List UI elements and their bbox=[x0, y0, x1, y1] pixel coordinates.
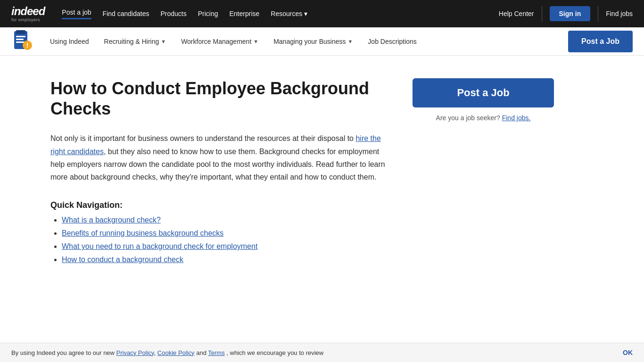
svg-text:!: ! bbox=[26, 41, 29, 49]
list-item: Benefits of running business background … bbox=[62, 229, 390, 238]
article-title: How to Conduct Employee Background Check… bbox=[50, 78, 390, 119]
top-navigation: indeed for employers Post a job Find can… bbox=[0, 0, 644, 27]
quick-nav-list: What is a background check? Benefits of … bbox=[50, 216, 390, 264]
nav-link-how-to-conduct[interactable]: How to conduct a background check bbox=[62, 255, 183, 263]
svg-rect-4 bbox=[16, 41, 25, 43]
nav-enterprise[interactable]: Enterprise bbox=[230, 10, 260, 17]
logo-icon: ! bbox=[11, 29, 34, 52]
nav-link-what-you-need[interactable]: What you need to run a background check … bbox=[62, 242, 257, 250]
second-nav-managing[interactable]: Managing your Business ▼ bbox=[267, 27, 359, 56]
list-item: What you need to run a background check … bbox=[62, 242, 390, 251]
sidebar: Post a Job Are you a job seeker? Find jo… bbox=[413, 78, 554, 264]
logo-text: indeed bbox=[11, 6, 45, 17]
top-nav-right: Help Center Sign in Find jobs bbox=[499, 6, 633, 21]
nav-resources[interactable]: Resources ▾ bbox=[271, 10, 307, 17]
nav-pricing[interactable]: Pricing bbox=[198, 10, 218, 17]
chevron-down-icon: ▼ bbox=[347, 39, 353, 44]
secondary-navigation: ! Using Indeed Recruiting & Hiring ▼ Wor… bbox=[0, 27, 644, 56]
secondary-logo[interactable]: ! bbox=[11, 29, 34, 54]
svg-rect-3 bbox=[16, 39, 24, 40]
nav-divider bbox=[542, 6, 542, 21]
nav-link-background-check[interactable]: What is a background check? bbox=[62, 216, 161, 224]
quick-nav-title: Quick Navigation: bbox=[50, 200, 390, 210]
sidebar-seeker-text: Are you a job seeker? Find jobs. bbox=[413, 114, 554, 122]
svg-rect-2 bbox=[16, 36, 25, 37]
find-jobs-link[interactable]: Find jobs bbox=[606, 10, 633, 17]
second-nav-workforce[interactable]: Workforce Management ▼ bbox=[174, 27, 265, 56]
find-jobs-sidebar-link[interactable]: Find jobs. bbox=[502, 114, 531, 122]
nav-post-job[interactable]: Post a job bbox=[62, 8, 91, 19]
nav-find-candidates[interactable]: Find candidates bbox=[103, 10, 149, 17]
nav-products[interactable]: Products bbox=[160, 10, 186, 17]
second-nav-recruiting[interactable]: Recruiting & Hiring ▼ bbox=[98, 27, 173, 56]
sidebar-post-job-button[interactable]: Post a Job bbox=[413, 78, 554, 107]
top-nav-links: Post a job Find candidates Products Pric… bbox=[62, 8, 485, 19]
second-nav-job-descriptions[interactable]: Job Descriptions bbox=[361, 27, 423, 56]
article: How to Conduct Employee Background Check… bbox=[50, 78, 390, 264]
hire-candidates-link[interactable]: hire the right candidates bbox=[50, 134, 381, 155]
nav-link-benefits[interactable]: Benefits of running business background … bbox=[62, 229, 223, 237]
chevron-down-icon: ▼ bbox=[253, 39, 258, 44]
svg-rect-1 bbox=[16, 30, 25, 34]
help-center-link[interactable]: Help Center bbox=[499, 10, 534, 17]
list-item: What is a background check? bbox=[62, 216, 390, 224]
second-nav-using-indeed[interactable]: Using Indeed bbox=[43, 27, 96, 56]
indeed-logo[interactable]: indeed for employers bbox=[11, 6, 45, 22]
nav-divider-2 bbox=[598, 6, 598, 21]
logo-subtext: for employers bbox=[11, 17, 40, 22]
list-item: How to conduct a background check bbox=[62, 255, 390, 264]
main-content-wrapper: How to Conduct Employee Background Check… bbox=[39, 56, 605, 283]
quick-navigation: Quick Navigation: What is a background c… bbox=[50, 200, 390, 264]
article-intro: Not only is it important for business ow… bbox=[50, 132, 390, 183]
second-nav-links: Using Indeed Recruiting & Hiring ▼ Workf… bbox=[43, 27, 568, 56]
sign-in-button[interactable]: Sign in bbox=[550, 6, 591, 21]
chevron-down-icon: ▼ bbox=[161, 39, 166, 44]
post-a-job-button-secondary[interactable]: Post a Job bbox=[568, 31, 633, 52]
